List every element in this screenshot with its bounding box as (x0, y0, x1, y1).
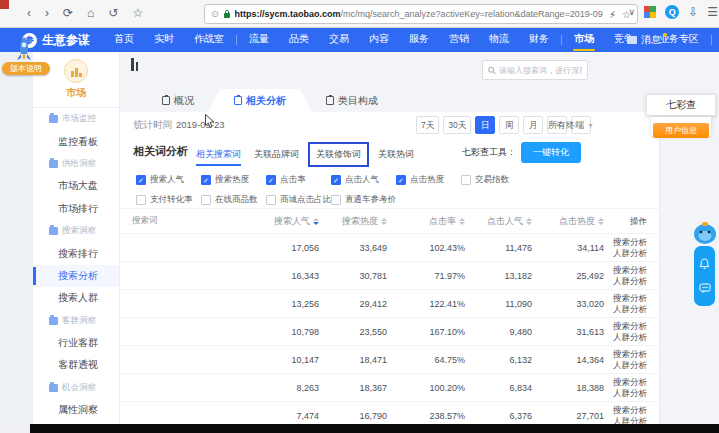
checkbox-checked-icon[interactable]: ✓ (136, 175, 146, 185)
keyword-search-box[interactable] (482, 60, 588, 80)
range-week-button[interactable]: 周 (499, 116, 519, 134)
nav-item-trade[interactable]: 交易 (319, 28, 359, 52)
metric-click-heat[interactable]: ✓点击热度 (396, 174, 461, 186)
refresh-icon[interactable]: ⟳ (63, 5, 73, 22)
sidebar-item-attribute-insight[interactable]: 属性洞察 (33, 399, 119, 421)
page-info-icon[interactable]: ⊙ (211, 9, 219, 19)
browser-menu-icon[interactable]: ☰ (707, 5, 718, 19)
nav-item-realtime[interactable]: 实时 (144, 28, 184, 52)
url-bar[interactable]: ⊙ https://sycm.taobao.com/mc/mq/search_a… (204, 4, 638, 24)
statistics-date: 2019-09-23 (176, 119, 225, 130)
metric-search-popularity[interactable]: ✓搜索人气 (136, 174, 201, 186)
metric-ztc-reference-price[interactable]: 直通车参考价 (331, 194, 396, 206)
checkbox-unchecked-icon[interactable] (201, 195, 211, 205)
search-analysis-link[interactable]: 搜索分析 (604, 377, 647, 388)
nav-item-data-fetch[interactable]: 取数 (714, 28, 719, 52)
nav-item-market[interactable]: 市场 (564, 28, 604, 52)
checkbox-checked-icon[interactable]: ✓ (331, 175, 341, 185)
crowd-analysis-link[interactable]: 人群分析 (604, 276, 647, 287)
crowd-analysis-link[interactable]: 人群分析 (604, 332, 647, 343)
metric-mall-click-share[interactable]: 商城点击占比 (266, 194, 331, 206)
checkbox-unchecked-icon[interactable] (461, 175, 471, 185)
back-icon[interactable]: ‹ (27, 5, 31, 22)
messenger-icon[interactable]: Q (665, 5, 679, 19)
search-analysis-link[interactable]: 搜索分析 (604, 237, 647, 248)
sidebar-item-crowd-perspective[interactable]: 客群透视 (33, 354, 119, 376)
sidebar-item-monitor-board[interactable]: 监控看板 (33, 130, 119, 152)
search-analysis-link[interactable]: 搜索分析 (604, 349, 647, 360)
metric-pay-conversion[interactable]: 支付转化率 (136, 194, 201, 206)
range-month-button[interactable]: 月 (523, 116, 543, 134)
nav-item-logistics[interactable]: 物流 (479, 28, 519, 52)
metric-trade-index[interactable]: 交易指数 (461, 174, 526, 186)
table-row: 10,79823,550167.10%9,48031,613 搜索分析人群分析 (120, 318, 659, 346)
nav-item-finance[interactable]: 财务 (519, 28, 559, 52)
search-input[interactable] (499, 66, 582, 75)
subtab-related-search-words[interactable]: 相关搜索词 (196, 148, 241, 161)
version-notes-badge[interactable]: 版本说明 (2, 62, 50, 75)
tab-overview[interactable]: 概况 (148, 89, 208, 112)
checkbox-unchecked-icon[interactable] (266, 195, 276, 205)
one-click-convert-button[interactable]: 一键转化 (521, 142, 581, 163)
mascot-icon[interactable] (692, 221, 718, 245)
nav-divider (236, 35, 237, 45)
metric-ctr[interactable]: ✓点击率 (266, 174, 331, 186)
nav-item-category[interactable]: 品类 (279, 28, 319, 52)
nav-item-warroom[interactable]: 作战室 (184, 28, 234, 52)
nav-item-service[interactable]: 服务 (399, 28, 439, 52)
metric-online-products[interactable]: 在线商品数 (201, 194, 266, 206)
bell-icon[interactable] (699, 258, 710, 270)
bookmark-icon[interactable]: ☆ (132, 5, 143, 22)
table-row: 13,25629,412122.41%11,09033,020 搜索分析人群分析 (120, 290, 659, 318)
sidebar-item-search-crowd[interactable]: 搜索人群 (33, 287, 119, 309)
nav-item-content[interactable]: 内容 (359, 28, 399, 52)
download-icon[interactable]: ⇩ (688, 5, 698, 19)
terminal-filter-dropdown[interactable]: 所有终端▼ (548, 119, 594, 132)
nav-item-traffic[interactable]: 流量 (239, 28, 279, 52)
top-navigation-bar: 参 生意参谋 首页 实时 作战室 流量 品类 交易 内容 服务 营销 物流 财务… (0, 28, 719, 52)
send-flag-icon[interactable]: ⚡ (609, 9, 616, 20)
chat-icon[interactable] (699, 283, 711, 294)
subtab-related-hot-words[interactable]: 关联热词 (378, 148, 414, 161)
sidebar-item-market-overview[interactable]: 市场大盘 (33, 175, 119, 197)
search-analysis-link[interactable]: 搜索分析 (604, 405, 647, 416)
messages-button[interactable]: 消息 (627, 28, 669, 52)
crowd-analysis-link[interactable]: 人群分析 (604, 360, 647, 371)
metric-click-popularity[interactable]: ✓点击人气 (331, 174, 396, 186)
sidebar-item-search-analysis[interactable]: 搜索分析 (33, 265, 119, 287)
checkbox-checked-icon[interactable]: ✓ (201, 175, 211, 185)
urlbar-chevron-icon[interactable]: ∨ (629, 7, 636, 17)
checkbox-checked-icon[interactable]: ✓ (266, 175, 276, 185)
subtab-related-brand-words[interactable]: 关联品牌词 (254, 148, 299, 161)
tab-related-analysis[interactable]: 相关分析 (208, 89, 312, 112)
extensions-grid-icon[interactable] (644, 6, 656, 18)
crowd-analysis-link[interactable]: 人群分析 (604, 388, 647, 399)
forward-icon[interactable]: › (45, 5, 49, 22)
range-7d-button[interactable]: 7天 (416, 116, 439, 134)
col-click-popularity: 点击人气 (465, 215, 532, 228)
checkbox-unchecked-icon[interactable] (136, 195, 146, 205)
search-analysis-link[interactable]: 搜索分析 (604, 293, 647, 304)
nav-item-home[interactable]: 首页 (104, 28, 144, 52)
crowd-analysis-link[interactable]: 人群分析 (604, 416, 647, 425)
search-analysis-link[interactable]: 搜索分析 (604, 265, 647, 276)
history-icon[interactable]: ↺ (108, 5, 118, 22)
checkbox-unchecked-icon[interactable] (331, 195, 341, 205)
nav-item-marketing[interactable]: 营销 (439, 28, 479, 52)
range-day-button[interactable]: 日 (475, 116, 495, 134)
range-30d-button[interactable]: 30天 (443, 116, 471, 134)
crowd-analysis-link[interactable]: 人群分析 (604, 248, 647, 259)
sidebar-item-search-ranking[interactable]: 搜索排行 (33, 242, 119, 264)
sidebar-item-market-ranking[interactable]: 市场排行 (33, 198, 119, 220)
tab-category-composition[interactable]: 类目构成 (312, 89, 392, 112)
checkbox-checked-icon[interactable]: ✓ (396, 175, 406, 185)
market-app-icon (64, 59, 88, 83)
home-icon[interactable]: ⌂ (87, 5, 94, 22)
tool-label: 七彩查工具： (462, 146, 516, 159)
qicaicha-overlay[interactable]: 七彩查 (646, 94, 716, 116)
crowd-analysis-link[interactable]: 人群分析 (604, 304, 647, 315)
sidebar-item-industry-crowd[interactable]: 行业客群 (33, 332, 119, 354)
search-analysis-link[interactable]: 搜索分析 (604, 321, 647, 332)
metric-search-heat[interactable]: ✓搜索热度 (201, 174, 266, 186)
user-info-button[interactable]: 用户信息 (653, 123, 709, 138)
